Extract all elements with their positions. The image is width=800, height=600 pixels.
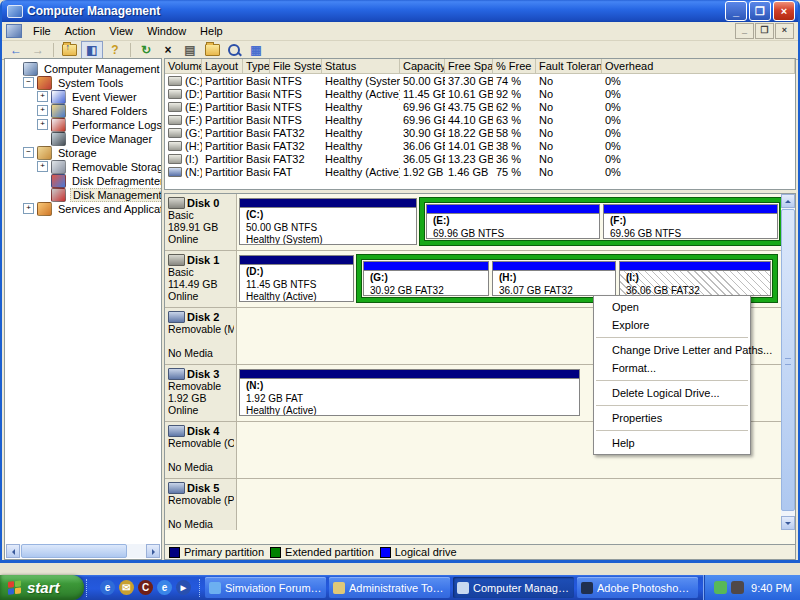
disk-label-cell[interactable]: Disk 0Basic189.91 GBOnline xyxy=(165,194,237,250)
column-header-status[interactable]: Status xyxy=(322,59,400,74)
internet-explorer-icon[interactable]: e xyxy=(100,580,115,595)
collapse-minus-icon[interactable]: − xyxy=(23,147,34,158)
expand-plus-icon[interactable]: + xyxy=(37,105,48,116)
disk-label-cell[interactable]: Disk 1Basic114.49 GBOnline xyxy=(165,251,237,307)
context-menu-item-change-drive-letter-and-paths[interactable]: Change Drive Letter and Paths... xyxy=(594,341,750,359)
mdi-minimize-button[interactable]: _ xyxy=(735,23,754,39)
volume-row-c[interactable]: (C:)PartitionBasicNTFSHealthy (System)50… xyxy=(165,74,795,87)
column-header-type[interactable]: Type xyxy=(243,59,270,74)
column-header-free-space[interactable]: Free Space xyxy=(445,59,493,74)
sidebar-item-computer-management-local[interactable]: Computer Management (Local) xyxy=(5,62,161,75)
column-header-capacity[interactable]: Capacity xyxy=(400,59,445,74)
sidebar-horizontal-scrollbar[interactable] xyxy=(6,544,160,558)
sidebar-item-performance-logs-and-alerts[interactable]: +Performance Logs and Alerts xyxy=(5,118,161,131)
open-folder-button[interactable] xyxy=(202,42,222,58)
column-header--free[interactable]: % Free xyxy=(493,59,536,74)
menu-item-action[interactable]: Action xyxy=(58,23,103,39)
volume-row-n[interactable]: (N:)PartitionBasicFATHealthy (Active)1.9… xyxy=(165,165,795,178)
menu-item-help[interactable]: Help xyxy=(193,23,230,39)
column-header-volume[interactable]: Volume xyxy=(165,59,202,74)
refresh-button[interactable]: ↻ xyxy=(136,42,156,58)
column-header-overhead[interactable]: Overhead xyxy=(602,59,795,74)
volume-row-f[interactable]: (F:)PartitionBasicNTFSHealthy69.96 GB44.… xyxy=(165,113,795,126)
context-menu-item-open[interactable]: Open xyxy=(594,298,750,316)
browser-icon[interactable]: e xyxy=(157,580,172,595)
back-button[interactable]: ← xyxy=(6,42,26,58)
scroll-up-button[interactable] xyxy=(781,194,795,208)
disk-view-vertical-scrollbar[interactable] xyxy=(781,194,795,530)
forward-button[interactable]: → xyxy=(28,42,48,58)
tasks-handle[interactable] xyxy=(199,579,203,597)
scrollbar-thumb[interactable] xyxy=(21,544,127,558)
quick-launch-handle[interactable] xyxy=(86,579,90,597)
partition-c[interactable]: (C:)50.00 GB NTFSHealthy (System) xyxy=(239,198,417,245)
partition-f[interactable]: (F:)69.96 GB NTFSHealthy xyxy=(603,204,778,239)
column-header-layout[interactable]: Layout xyxy=(202,59,243,74)
delete-button[interactable]: × xyxy=(158,42,178,58)
column-header-fault-tolerance[interactable]: Fault Tolerance xyxy=(536,59,602,74)
sidebar-item-system-tools[interactable]: −System Tools xyxy=(5,76,161,89)
column-header-file-system[interactable]: File System xyxy=(270,59,322,74)
partition-g[interactable]: (G:)30.92 GB FAT32Healthy xyxy=(363,261,489,296)
sidebar-item-services-and-applications[interactable]: +Services and Applications xyxy=(5,202,161,215)
volume-row-g[interactable]: (G:)PartitionBasicFAT32Healthy30.90 GB18… xyxy=(165,126,795,139)
scroll-right-button[interactable] xyxy=(146,544,160,558)
context-menu-item-help[interactable]: Help xyxy=(594,434,750,452)
partition-i[interactable]: (I:)36.06 GB FAT32Healthy xyxy=(619,261,771,296)
menu-item-view[interactable]: View xyxy=(102,23,140,39)
taskbar-task-simviation-forums-p[interactable]: Simviation Forums - P... xyxy=(205,577,326,598)
start-button[interactable]: start xyxy=(0,575,84,600)
menu-item-file[interactable]: File xyxy=(26,23,58,39)
partition-d[interactable]: (D:)11.45 GB NTFSHealthy (Active) xyxy=(239,255,354,302)
disk-label-cell[interactable]: Disk 5Removable (P:) No Media xyxy=(165,479,237,530)
up-folder-button[interactable] xyxy=(59,42,79,58)
partition-h[interactable]: (H:)36.07 GB FAT32Healthy xyxy=(492,261,616,296)
title-bar[interactable]: Computer Management _❐× xyxy=(2,0,798,22)
volume-row-d[interactable]: (D:)PartitionBasicNTFSHealthy (Active)11… xyxy=(165,87,795,100)
maximize-button[interactable]: ❐ xyxy=(749,1,771,21)
expand-plus-icon[interactable]: + xyxy=(23,203,34,214)
search-button[interactable] xyxy=(224,42,244,58)
volume-row-e[interactable]: (E:)PartitionBasicNTFSHealthy69.96 GB43.… xyxy=(165,100,795,113)
expand-plus-icon[interactable]: + xyxy=(37,119,48,130)
expand-plus-icon[interactable]: + xyxy=(37,161,48,172)
disk-label-cell[interactable]: Disk 4Removable (O:) No Media xyxy=(165,422,237,478)
mdi-restore-button[interactable]: ❐ xyxy=(755,23,774,39)
volume-icon[interactable] xyxy=(731,581,744,594)
scroll-left-button[interactable] xyxy=(6,544,20,558)
sidebar-item-shared-folders[interactable]: +Shared Folders xyxy=(5,104,161,117)
sidebar-item-storage[interactable]: −Storage xyxy=(5,146,161,159)
properties-button[interactable]: ▤ xyxy=(180,42,200,58)
context-menu-item-delete-logical-drive[interactable]: Delete Logical Drive... xyxy=(594,384,750,402)
disk-label-cell[interactable]: Disk 2Removable (M:) No Media xyxy=(165,308,237,364)
disk-label-cell[interactable]: Disk 3Removable1.92 GBOnline xyxy=(165,365,237,421)
expand-plus-icon[interactable]: + xyxy=(37,91,48,102)
minimize-button[interactable]: _ xyxy=(725,1,747,21)
help-button[interactable]: ? xyxy=(105,42,125,58)
taskbar-task-adobe-photoshop[interactable]: Adobe Photoshop - [... xyxy=(577,577,698,598)
show-hide-console-tree-button[interactable]: ◧ xyxy=(81,41,103,59)
sidebar-item-disk-management[interactable]: Disk Management xyxy=(5,188,161,201)
messenger-icon[interactable]: C xyxy=(138,580,153,595)
partition-n[interactable]: (N:)1.92 GB FATHealthy (Active) xyxy=(239,369,580,416)
safely-remove-hardware-icon[interactable] xyxy=(714,581,727,594)
scrollbar-thumb[interactable] xyxy=(781,209,795,511)
menu-item-window[interactable]: Window xyxy=(140,23,193,39)
context-menu-item-format[interactable]: Format... xyxy=(594,359,750,377)
partition-e[interactable]: (E:)69.96 GB NTFSHealthy xyxy=(426,204,600,239)
sidebar-item-disk-defragmenter[interactable]: Disk Defragmenter xyxy=(5,174,161,187)
volume-row-i[interactable]: (I:)PartitionBasicFAT32Healthy36.05 GB13… xyxy=(165,152,795,165)
close-button[interactable]: × xyxy=(773,1,795,21)
scroll-down-button[interactable] xyxy=(781,516,795,530)
mail-icon[interactable]: ✉ xyxy=(119,580,134,595)
sidebar-item-removable-storage[interactable]: +Removable Storage xyxy=(5,160,161,173)
media-player-icon[interactable]: ► xyxy=(176,580,191,595)
context-menu-item-explore[interactable]: Explore xyxy=(594,316,750,334)
context-menu-item-properties[interactable]: Properties xyxy=(594,409,750,427)
collapse-minus-icon[interactable]: − xyxy=(23,77,34,88)
taskbar-task-administrative-tools[interactable]: Administrative Tools xyxy=(329,577,450,598)
sidebar-item-event-viewer[interactable]: +Event Viewer xyxy=(5,90,161,103)
mdi-close-button[interactable]: × xyxy=(775,23,794,39)
taskbar-task-computer-management[interactable]: Computer Management xyxy=(453,577,574,598)
sidebar-item-device-manager[interactable]: Device Manager xyxy=(5,132,161,145)
